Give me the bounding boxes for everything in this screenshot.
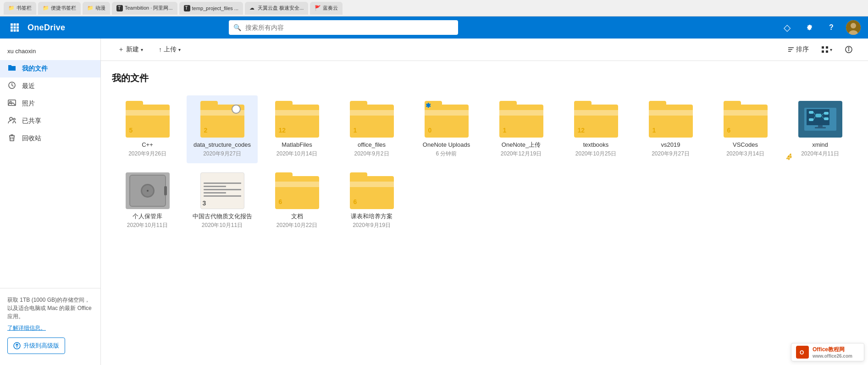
file-item-personal-safe[interactable]: 个人保管库 2020年10月11日 bbox=[112, 167, 183, 235]
sort-icon bbox=[788, 46, 794, 53]
sidebar-username: xu chaoxin bbox=[0, 42, 100, 60]
tab-bookmarks[interactable]: 📁 书签栏 bbox=[4, 2, 36, 15]
file-date: 2020年10月14日 bbox=[276, 150, 317, 158]
view-icon bbox=[822, 46, 828, 53]
file-grid: 5 C++ 2020年9月26日 2 data_structure_codes … bbox=[112, 95, 857, 235]
file-date: 2020年9月27日 bbox=[203, 150, 241, 158]
svg-point-15 bbox=[10, 117, 12, 120]
file-date: 2020年9月27日 bbox=[652, 150, 690, 158]
folder-count: 1 bbox=[503, 127, 507, 134]
folder-body: 12 bbox=[275, 105, 319, 138]
svg-point-10 bbox=[851, 23, 856, 28]
tab-label-teambition: Teambition · 阿里网... bbox=[125, 5, 173, 11]
search-container: 🔍 bbox=[229, 20, 458, 35]
file-item-matlab[interactable]: 12 MatlabFiles 2020年10月14日 bbox=[261, 95, 332, 163]
file-date: 2020年10月11日 bbox=[202, 221, 243, 229]
folder-icon-wrap: 6 bbox=[724, 101, 768, 138]
shared-icon bbox=[7, 116, 17, 126]
file-item-vscodes[interactable]: 6 VSCodes 2020年3月14日 bbox=[710, 95, 781, 163]
tab-tianyun[interactable]: ☁ 天翼云盘 极速安全... bbox=[245, 2, 308, 15]
browser-tabs: 📁 书签栏 📁 便捷书签栏 📁 动漫 T Teambition · 阿里网...… bbox=[4, 2, 864, 15]
file-item-vs2019[interactable]: 1 vs2019 2020年9月27日 bbox=[635, 95, 706, 163]
svg-rect-5 bbox=[17, 27, 19, 29]
search-input[interactable] bbox=[229, 20, 458, 35]
new-button[interactable]: ＋ + 新建 新建 ▾ bbox=[112, 42, 149, 57]
sidebar-item-photos[interactable]: 照片 bbox=[0, 95, 100, 112]
file-item-schedule[interactable]: 6 课表和培养方案 2020年9月19日 bbox=[336, 167, 407, 235]
tab-label-tempfiles: temp_project_files ... bbox=[192, 6, 239, 11]
info-button[interactable] bbox=[840, 43, 857, 56]
upgrade-button[interactable]: 升级到高级版 bbox=[7, 337, 65, 354]
learn-more-link[interactable]: 了解详细信息。 bbox=[7, 324, 93, 332]
sidebar-item-recycle[interactable]: 回收站 bbox=[0, 130, 100, 147]
svg-text:O: O bbox=[800, 349, 804, 356]
file-name: 文档 bbox=[291, 213, 303, 221]
folder-white-strip bbox=[724, 110, 768, 116]
folder-count: 1 bbox=[354, 127, 357, 134]
tab-anime[interactable]: 📁 动漫 bbox=[83, 2, 110, 15]
safe-body bbox=[129, 175, 166, 207]
tab-icon-anime: 📁 bbox=[87, 5, 94, 11]
file-date: 2020年9月2日 bbox=[354, 150, 389, 158]
file-item-onenote-upload2[interactable]: 1 OneNote_上传 2020年12月19日 bbox=[486, 95, 557, 163]
file-item-data-structure[interactable]: 2 data_structure_codes 2020年9月27日 bbox=[187, 95, 258, 163]
tab-icon-tianyun: ☁ bbox=[249, 5, 256, 11]
tab-icon-lanyun: 🚩 bbox=[315, 5, 321, 11]
file-item-cpp[interactable]: 5 C++ 2020年9月26日 bbox=[112, 95, 183, 163]
file-item-onenote-uploads[interactable]: 0 ✱ OneNote Uploads 6 分钟前 bbox=[411, 95, 482, 163]
svg-rect-26 bbox=[826, 50, 828, 53]
folder-count: 5 bbox=[129, 127, 133, 134]
tab-teambition[interactable]: T Teambition · 阿里网... bbox=[112, 2, 177, 15]
folder-body: 1 bbox=[649, 105, 693, 138]
tab-quickbar[interactable]: 📁 便捷书签栏 bbox=[38, 2, 81, 15]
folder-count: 2 bbox=[204, 127, 208, 134]
note-line3 bbox=[204, 195, 241, 197]
tab-tempfiles[interactable]: T temp_project_files ... bbox=[179, 2, 243, 15]
folder-count: 6 bbox=[354, 198, 357, 205]
view-button[interactable]: ▾ bbox=[817, 44, 837, 55]
tab-label-anime: 动漫 bbox=[95, 5, 105, 11]
sort-label: 排序 bbox=[796, 45, 809, 54]
folder-body: 6 bbox=[350, 176, 394, 209]
office-url: www.office26.com bbox=[813, 354, 852, 359]
sidebar-item-recent[interactable]: 最近 bbox=[0, 77, 100, 95]
help-icon[interactable]: ? bbox=[824, 20, 839, 35]
diamond-icon[interactable]: ◇ bbox=[780, 20, 795, 35]
tab-icon-teambition: T bbox=[116, 5, 123, 11]
upload-icon: ↑ bbox=[159, 46, 162, 53]
sidebar-item-my-files[interactable]: 我的文件 bbox=[0, 60, 100, 77]
app-logo: OneDrive bbox=[28, 23, 65, 33]
file-item-office-files[interactable]: 1 office_files 2020年9月2日 bbox=[336, 95, 407, 163]
folder-body: 6 bbox=[724, 105, 768, 138]
svg-rect-25 bbox=[822, 50, 824, 53]
tab-lanyun[interactable]: 🚩 蓝奏云 bbox=[310, 2, 343, 15]
xmind-icon-wrap: 4 4 bbox=[798, 101, 842, 138]
waffle-icon[interactable] bbox=[7, 20, 22, 35]
folder-count: 6 bbox=[279, 198, 282, 205]
recycle-icon bbox=[7, 133, 17, 144]
file-name: C++ bbox=[142, 141, 153, 149]
sidebar-item-shared[interactable]: 已共享 bbox=[0, 112, 100, 130]
file-area: 我的文件 5 C++ 2020年9月26日 2 data_st bbox=[101, 61, 868, 365]
svg-rect-36 bbox=[824, 112, 829, 115]
toolbar: ＋ + 新建 新建 ▾ ↑ 上传 ▾ bbox=[101, 39, 868, 61]
file-item-textbooks[interactable]: 12 textbooks 2020年10月25日 bbox=[560, 95, 631, 163]
user-avatar[interactable] bbox=[846, 20, 861, 35]
file-name: office_files bbox=[358, 141, 386, 149]
file-item-china-report[interactable]: 3 中国古代物质文化报告 2020年10月11日 bbox=[187, 167, 258, 235]
sort-button[interactable]: 排序 bbox=[783, 43, 813, 56]
svg-rect-4 bbox=[14, 27, 16, 29]
note-count: 3 bbox=[203, 199, 206, 207]
note-line-short bbox=[204, 186, 226, 187]
file-date: 6 分钟前 bbox=[436, 150, 457, 158]
upload-button[interactable]: ↑ 上传 ▾ bbox=[153, 42, 187, 57]
file-date: 2020年12月19日 bbox=[501, 150, 542, 158]
file-item-documents[interactable]: 6 文档 2020年10月22日 bbox=[261, 167, 332, 235]
file-item-xmind[interactable]: 4 4 xmind 2020年4月11日 bbox=[785, 95, 856, 163]
note-line2 bbox=[204, 189, 241, 190]
file-name: 中国古代物质文化报告 bbox=[193, 213, 252, 221]
folder-count: 1 bbox=[652, 127, 656, 134]
folder-icon-wrap: 1 bbox=[350, 101, 394, 138]
folder-body: 5 bbox=[126, 105, 170, 138]
settings-icon[interactable] bbox=[802, 20, 817, 35]
